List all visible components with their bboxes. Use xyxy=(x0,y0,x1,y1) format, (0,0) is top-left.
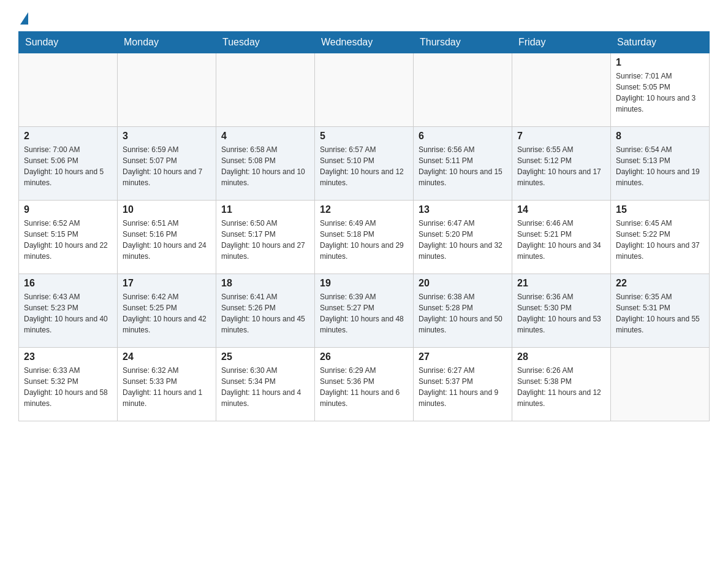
calendar-cell xyxy=(19,53,118,127)
calendar-cell: 17Sunrise: 6:42 AM Sunset: 5:25 PM Dayli… xyxy=(118,274,216,348)
calendar-cell: 26Sunrise: 6:29 AM Sunset: 5:36 PM Dayli… xyxy=(315,348,414,421)
day-info: Sunrise: 6:55 AM Sunset: 5:12 PM Dayligh… xyxy=(517,144,605,188)
day-number: 8 xyxy=(616,131,704,142)
day-info: Sunrise: 6:42 AM Sunset: 5:25 PM Dayligh… xyxy=(123,291,211,335)
calendar-cell: 14Sunrise: 6:46 AM Sunset: 5:21 PM Dayli… xyxy=(512,201,611,274)
calendar-cell: 3Sunrise: 6:59 AM Sunset: 5:07 PM Daylig… xyxy=(118,127,216,201)
day-number: 14 xyxy=(517,204,605,215)
weekday-header-sunday: Sunday xyxy=(19,32,118,53)
calendar-cell: 18Sunrise: 6:41 AM Sunset: 5:26 PM Dayli… xyxy=(216,274,315,348)
weekday-header-friday: Friday xyxy=(512,32,611,53)
logo xyxy=(18,12,28,25)
calendar-cell xyxy=(315,53,414,127)
calendar-cell: 11Sunrise: 6:50 AM Sunset: 5:17 PM Dayli… xyxy=(216,201,315,274)
day-number: 9 xyxy=(24,204,112,215)
day-info: Sunrise: 6:32 AM Sunset: 5:33 PM Dayligh… xyxy=(123,365,211,409)
day-info: Sunrise: 6:50 AM Sunset: 5:17 PM Dayligh… xyxy=(221,218,309,262)
day-info: Sunrise: 6:49 AM Sunset: 5:18 PM Dayligh… xyxy=(320,218,408,262)
day-number: 7 xyxy=(517,131,605,142)
weekday-header-saturday: Saturday xyxy=(611,32,710,53)
day-info: Sunrise: 6:56 AM Sunset: 5:11 PM Dayligh… xyxy=(419,144,507,188)
day-info: Sunrise: 6:27 AM Sunset: 5:37 PM Dayligh… xyxy=(419,365,507,409)
calendar-week-2: 2Sunrise: 7:00 AM Sunset: 5:06 PM Daylig… xyxy=(19,127,710,201)
day-number: 11 xyxy=(221,204,309,215)
day-info: Sunrise: 6:46 AM Sunset: 5:21 PM Dayligh… xyxy=(517,218,605,262)
calendar-week-4: 16Sunrise: 6:43 AM Sunset: 5:23 PM Dayli… xyxy=(19,274,710,348)
day-number: 27 xyxy=(419,351,507,362)
calendar-week-1: 1Sunrise: 7:01 AM Sunset: 5:05 PM Daylig… xyxy=(19,53,710,127)
day-number: 6 xyxy=(419,131,507,142)
day-info: Sunrise: 6:54 AM Sunset: 5:13 PM Dayligh… xyxy=(616,144,704,188)
day-info: Sunrise: 6:38 AM Sunset: 5:28 PM Dayligh… xyxy=(419,291,507,335)
day-info: Sunrise: 6:33 AM Sunset: 5:32 PM Dayligh… xyxy=(24,365,112,409)
weekday-header-wednesday: Wednesday xyxy=(315,32,414,53)
day-number: 16 xyxy=(24,278,112,289)
calendar-cell: 7Sunrise: 6:55 AM Sunset: 5:12 PM Daylig… xyxy=(512,127,611,201)
calendar-cell: 13Sunrise: 6:47 AM Sunset: 5:20 PM Dayli… xyxy=(414,201,512,274)
page-header xyxy=(18,12,710,25)
calendar-cell xyxy=(512,53,611,127)
calendar-cell: 5Sunrise: 6:57 AM Sunset: 5:10 PM Daylig… xyxy=(315,127,414,201)
calendar-cell: 6Sunrise: 6:56 AM Sunset: 5:11 PM Daylig… xyxy=(414,127,512,201)
day-number: 24 xyxy=(123,351,211,362)
calendar-cell: 2Sunrise: 7:00 AM Sunset: 5:06 PM Daylig… xyxy=(19,127,118,201)
day-number: 15 xyxy=(616,204,704,215)
calendar-header-row: SundayMondayTuesdayWednesdayThursdayFrid… xyxy=(19,32,710,53)
day-number: 23 xyxy=(24,351,112,362)
day-info: Sunrise: 6:36 AM Sunset: 5:30 PM Dayligh… xyxy=(517,291,605,335)
day-info: Sunrise: 6:41 AM Sunset: 5:26 PM Dayligh… xyxy=(221,291,309,335)
calendar-cell: 12Sunrise: 6:49 AM Sunset: 5:18 PM Dayli… xyxy=(315,201,414,274)
day-info: Sunrise: 6:52 AM Sunset: 5:15 PM Dayligh… xyxy=(24,218,112,262)
day-info: Sunrise: 6:35 AM Sunset: 5:31 PM Dayligh… xyxy=(616,291,704,335)
calendar-cell xyxy=(118,53,216,127)
day-info: Sunrise: 6:30 AM Sunset: 5:34 PM Dayligh… xyxy=(221,365,309,409)
calendar-cell: 10Sunrise: 6:51 AM Sunset: 5:16 PM Dayli… xyxy=(118,201,216,274)
calendar-cell: 23Sunrise: 6:33 AM Sunset: 5:32 PM Dayli… xyxy=(19,348,118,421)
day-number: 3 xyxy=(123,131,211,142)
day-info: Sunrise: 7:00 AM Sunset: 5:06 PM Dayligh… xyxy=(24,144,112,188)
day-number: 1 xyxy=(616,57,704,68)
day-number: 2 xyxy=(24,131,112,142)
weekday-header-monday: Monday xyxy=(118,32,216,53)
calendar-cell: 1Sunrise: 7:01 AM Sunset: 5:05 PM Daylig… xyxy=(611,53,710,127)
day-number: 25 xyxy=(221,351,309,362)
calendar-cell: 24Sunrise: 6:32 AM Sunset: 5:33 PM Dayli… xyxy=(118,348,216,421)
day-info: Sunrise: 6:39 AM Sunset: 5:27 PM Dayligh… xyxy=(320,291,408,335)
day-number: 26 xyxy=(320,351,408,362)
calendar-cell: 22Sunrise: 6:35 AM Sunset: 5:31 PM Dayli… xyxy=(611,274,710,348)
day-number: 17 xyxy=(123,278,211,289)
weekday-header-thursday: Thursday xyxy=(414,32,512,53)
calendar-cell xyxy=(414,53,512,127)
calendar-cell: 15Sunrise: 6:45 AM Sunset: 5:22 PM Dayli… xyxy=(611,201,710,274)
calendar-cell: 9Sunrise: 6:52 AM Sunset: 5:15 PM Daylig… xyxy=(19,201,118,274)
day-number: 18 xyxy=(221,278,309,289)
day-info: Sunrise: 6:45 AM Sunset: 5:22 PM Dayligh… xyxy=(616,218,704,262)
calendar-cell xyxy=(611,348,710,421)
calendar-cell xyxy=(216,53,315,127)
day-number: 22 xyxy=(616,278,704,289)
calendar-cell: 20Sunrise: 6:38 AM Sunset: 5:28 PM Dayli… xyxy=(414,274,512,348)
day-number: 28 xyxy=(517,351,605,362)
day-number: 4 xyxy=(221,131,309,142)
day-info: Sunrise: 6:26 AM Sunset: 5:38 PM Dayligh… xyxy=(517,365,605,409)
weekday-header-tuesday: Tuesday xyxy=(216,32,315,53)
day-number: 10 xyxy=(123,204,211,215)
calendar-week-5: 23Sunrise: 6:33 AM Sunset: 5:32 PM Dayli… xyxy=(19,348,710,421)
day-info: Sunrise: 6:58 AM Sunset: 5:08 PM Dayligh… xyxy=(221,144,309,188)
day-info: Sunrise: 7:01 AM Sunset: 5:05 PM Dayligh… xyxy=(616,71,704,115)
day-info: Sunrise: 6:59 AM Sunset: 5:07 PM Dayligh… xyxy=(123,144,211,188)
day-info: Sunrise: 6:47 AM Sunset: 5:20 PM Dayligh… xyxy=(419,218,507,262)
calendar-cell: 19Sunrise: 6:39 AM Sunset: 5:27 PM Dayli… xyxy=(315,274,414,348)
calendar-cell: 16Sunrise: 6:43 AM Sunset: 5:23 PM Dayli… xyxy=(19,274,118,348)
logo-triangle-icon xyxy=(20,12,28,25)
day-number: 5 xyxy=(320,131,408,142)
calendar-cell: 4Sunrise: 6:58 AM Sunset: 5:08 PM Daylig… xyxy=(216,127,315,201)
calendar-table: SundayMondayTuesdayWednesdayThursdayFrid… xyxy=(18,31,710,421)
day-info: Sunrise: 6:51 AM Sunset: 5:16 PM Dayligh… xyxy=(123,218,211,262)
calendar-week-3: 9Sunrise: 6:52 AM Sunset: 5:15 PM Daylig… xyxy=(19,201,710,274)
day-number: 13 xyxy=(419,204,507,215)
day-number: 12 xyxy=(320,204,408,215)
day-number: 19 xyxy=(320,278,408,289)
day-info: Sunrise: 6:57 AM Sunset: 5:10 PM Dayligh… xyxy=(320,144,408,188)
day-info: Sunrise: 6:29 AM Sunset: 5:36 PM Dayligh… xyxy=(320,365,408,409)
